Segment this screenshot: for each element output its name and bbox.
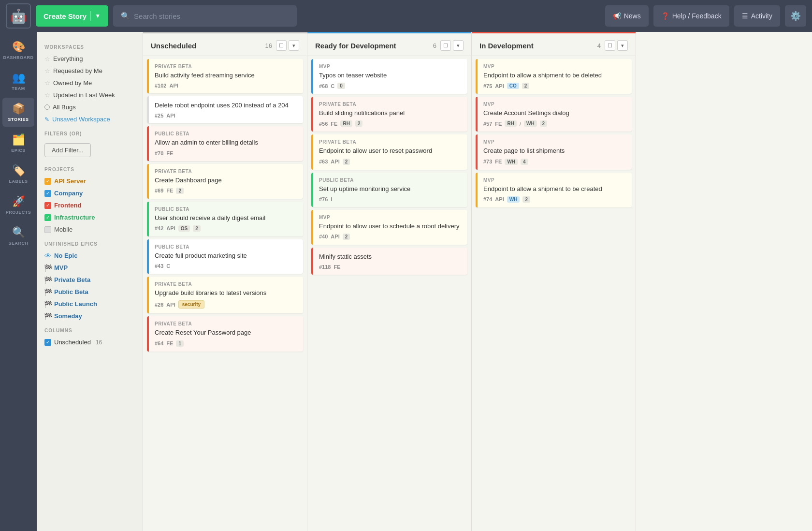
column-expand-icon[interactable]: ▾: [453, 40, 464, 51]
news-button[interactable]: 📢 News: [605, 5, 649, 27]
count-badge: 2: [522, 196, 530, 203]
unsaved-workspace-label: Unsaved Workspace: [52, 116, 110, 123]
column-in-development-board: In Development 4 ☐ ▾ MVP Endpoint to all…: [472, 32, 636, 531]
project-check-api: ✓: [44, 178, 51, 185]
news-label: News: [624, 12, 641, 20]
card-76[interactable]: PUBLIC BETA Set up uptime monitoring ser…: [311, 173, 467, 207]
card-id: #42: [155, 225, 163, 231]
star-icon: ☆: [44, 67, 50, 74]
create-story-button[interactable]: Create Story ▼: [36, 5, 108, 27]
column-checkbox-icon[interactable]: ☐: [276, 40, 287, 51]
card-epic-label: MVP: [319, 64, 462, 69]
card-meta: #43 C: [155, 263, 297, 269]
card-title: Endpoint to allow user to schedule a rob…: [319, 222, 462, 231]
card-70[interactable]: PUBLIC BETA Allow an admin to enter bill…: [147, 126, 303, 161]
workspace-requested-by-me[interactable]: ☆ Requested by Me: [37, 65, 143, 77]
card-tag: API: [331, 159, 339, 164]
epic-public-beta[interactable]: 🏁 Public Beta: [37, 286, 143, 298]
card-tag: FE: [331, 121, 337, 127]
sidebar-item-team[interactable]: 👥 TEAM: [2, 67, 34, 96]
card-75[interactable]: MVP Endpoint to allow a shipment to be d…: [476, 59, 632, 94]
column-unscheduled[interactable]: ✓ Unscheduled 16: [37, 336, 143, 348]
project-mobile[interactable]: Mobile: [37, 223, 143, 236]
card-63[interactable]: PRIVATE BETA Endpoint to allow user to r…: [311, 134, 467, 169]
card-43[interactable]: PUBLIC BETA Create full product marketin…: [147, 239, 303, 274]
column-header-in-dev: In Development 4 ☐ ▾: [472, 32, 636, 56]
project-infrastructure[interactable]: ✓ Infrastructure: [37, 211, 143, 223]
card-73[interactable]: MVP Create page to list shipments #73 FE…: [476, 134, 632, 169]
card-epic-label: MVP: [483, 177, 626, 183]
workspace-updated-last-week[interactable]: ☆ Updated in Last Week: [37, 89, 143, 101]
card-118[interactable]: Minify static assets #118 FE: [311, 248, 467, 275]
unfinished-epics-label: UNFINISHED EPICS: [37, 239, 143, 250]
card-64[interactable]: PRIVATE BETA Create Reset Your Password …: [147, 316, 303, 351]
sidebar-item-projects[interactable]: 🚀 PROJECTS: [2, 191, 34, 220]
epic-someday-label: Someday: [54, 312, 82, 320]
card-69[interactable]: PRIVATE BETA Create Dashboard page #69 F…: [147, 164, 303, 199]
workspace-everything[interactable]: ☆ Everything: [37, 53, 143, 65]
activity-button[interactable]: ☰ Activity: [734, 5, 780, 27]
top-nav: 🤖 Create Story ▼ 🔍 📢 News ❓ Help / Feedb…: [0, 0, 812, 32]
epic-mvp[interactable]: 🏁 MVP: [37, 262, 143, 274]
chevron-down-icon[interactable]: ▼: [90, 11, 101, 21]
workspace-owned-by-me[interactable]: ☆ Owned by Me: [37, 77, 143, 89]
card-74[interactable]: MVP Endpoint to allow a shipment to be c…: [476, 173, 632, 207]
card-meta: #76 I: [319, 196, 462, 202]
app-logo[interactable]: 🤖: [6, 3, 31, 29]
workspace-requested-label: Requested by Me: [53, 67, 102, 74]
search-input[interactable]: [134, 12, 289, 20]
card-id: #75: [483, 83, 492, 89]
card-title: Endpoint to allow user to reset password: [319, 147, 462, 155]
board-area: Unscheduled 16 ☐ ▾ PRIVATE BETA Build ac…: [143, 32, 812, 531]
epic-someday[interactable]: 🏁 Someday: [37, 310, 143, 322]
column-cards-in-dev: MVP Endpoint to allow a shipment to be d…: [472, 56, 636, 531]
sidebar-item-search[interactable]: 🔍 SEARCH: [2, 221, 34, 251]
sidebar-item-stories[interactable]: 📦 STORIES: [2, 98, 34, 127]
star-icon: ☆: [44, 91, 50, 99]
card-title: Create page to list shipments: [483, 147, 626, 155]
column-checkbox-icon[interactable]: ☐: [440, 40, 451, 51]
separator: /: [520, 121, 521, 127]
card-epic-label: PRIVATE BETA: [155, 281, 297, 287]
column-expand-icon[interactable]: ▾: [289, 40, 299, 51]
card-25[interactable]: Delete robot endpoint uses 200 instead o…: [147, 96, 303, 123]
project-api-server[interactable]: ✓ API Server: [37, 175, 143, 187]
column-expand-icon[interactable]: ▾: [617, 40, 628, 51]
project-company[interactable]: ✓ Company: [37, 187, 143, 199]
workspace-owned-label: Owned by Me: [53, 79, 92, 87]
card-68[interactable]: MVP Typos on teaser website #68 C 0: [311, 59, 467, 94]
card-title: Upgrade build libraries to latest versio…: [155, 289, 297, 297]
settings-button[interactable]: ⚙️: [785, 5, 806, 27]
add-filter-button[interactable]: Add Filter...: [44, 143, 91, 157]
workspace-all-bugs[interactable]: All Bugs: [37, 101, 143, 113]
card-epic-label: PUBLIC BETA: [319, 177, 462, 183]
help-feedback-button[interactable]: ❓ Help / Feedback: [653, 5, 729, 27]
sidebar-item-epics[interactable]: 🗂️ EPICS: [2, 129, 34, 158]
project-frontend[interactable]: ✓ Frontend: [37, 199, 143, 211]
card-title: Create full product marketing site: [155, 251, 297, 260]
card-tag: I: [331, 196, 332, 202]
help-icon: ❓: [661, 12, 669, 20]
card-102[interactable]: PRIVATE BETA Build activity feed streami…: [147, 59, 303, 93]
column-count-ready: 6: [433, 42, 436, 49]
star-icon: ☆: [44, 79, 50, 87]
unsaved-workspace[interactable]: ✎ Unsaved Workspace: [37, 113, 143, 125]
column-checkbox-icon[interactable]: ☐: [605, 40, 615, 51]
card-42[interactable]: PUBLIC BETA User should receive a daily …: [147, 202, 303, 236]
card-26[interactable]: PRIVATE BETA Upgrade build libraries to …: [147, 277, 303, 313]
flag-icon: 🏁: [44, 265, 51, 271]
card-id: #26: [155, 302, 163, 308]
activity-label: Activity: [751, 12, 772, 20]
card-57[interactable]: MVP Create Account Settings dialog #57 F…: [476, 97, 632, 132]
sidebar-item-dashboard[interactable]: 🎨 DASHBOARD: [2, 36, 34, 65]
epic-public-launch[interactable]: 🏁 Public Launch: [37, 298, 143, 310]
card-40[interactable]: MVP Endpoint to allow user to schedule a…: [311, 210, 467, 245]
column-header-unscheduled: Unscheduled 16 ☐ ▾: [143, 32, 307, 56]
epic-private-beta[interactable]: 🏁 Private Beta: [37, 274, 143, 286]
card-title: Create Account Settings dialog: [483, 109, 626, 118]
sidebar-item-labels[interactable]: 🏷️ LABELS: [2, 160, 34, 189]
card-56[interactable]: PRIVATE BETA Build sliding notifications…: [311, 97, 467, 132]
card-meta: #56 FE RH 2: [319, 120, 462, 127]
epic-no-epic[interactable]: 👁 No Epic: [37, 250, 143, 262]
card-meta: #64 FE 1: [155, 340, 297, 347]
